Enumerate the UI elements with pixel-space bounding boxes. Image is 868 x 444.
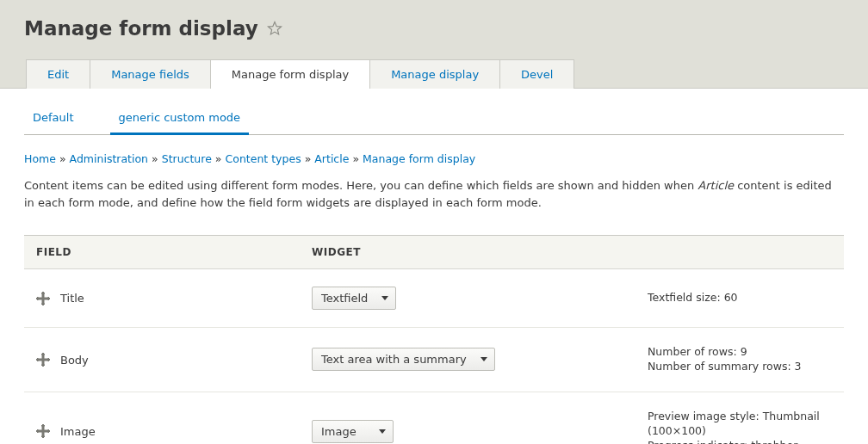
widget-select-value: Image: [321, 425, 356, 438]
page-title: Manage form display: [24, 17, 844, 40]
settings-summary: Number of rows: 9Number of summary rows:…: [648, 345, 832, 374]
breadcrumb-link[interactable]: Structure: [162, 152, 212, 165]
help-text-before: Content items can be edited using differ…: [24, 179, 698, 192]
column-header-settings: [636, 236, 844, 269]
widget-select[interactable]: Image: [312, 420, 394, 443]
field-label: Body: [60, 354, 89, 367]
primary-tabs: EditManage fieldsManage form displayMana…: [26, 59, 844, 88]
breadcrumb-link[interactable]: Administration: [70, 152, 148, 165]
sub-tab-generic-custom-mode[interactable]: generic custom mode: [110, 104, 250, 135]
secondary-tabs: Defaultgeneric custom mode: [24, 104, 844, 135]
breadcrumb-link[interactable]: Manage form display: [363, 152, 475, 165]
table-row: ImageImagePreview image style: Thumbnail…: [24, 392, 844, 444]
settings-summary-line: Textfield size: 60: [648, 291, 832, 305]
chevron-down-icon: [480, 357, 487, 361]
column-header-widget: WIDGET: [300, 236, 636, 269]
drag-handle-icon[interactable]: [36, 353, 50, 367]
chevron-down-icon: [381, 296, 388, 300]
widget-select[interactable]: Text area with a summary: [312, 348, 495, 371]
drag-handle-icon[interactable]: [36, 424, 50, 438]
breadcrumb-separator: »: [349, 152, 363, 165]
help-text: Content items can be edited using differ…: [24, 177, 844, 211]
field-label: Image: [60, 425, 96, 438]
drag-handle-icon[interactable]: [36, 292, 50, 305]
field-table: FIELD WIDGET TitleTextfieldTextfield siz…: [24, 235, 844, 444]
breadcrumb-link[interactable]: Content types: [226, 152, 301, 165]
breadcrumb-separator: »: [56, 152, 70, 165]
breadcrumb: Home»Administration»Structure»Content ty…: [24, 152, 844, 165]
breadcrumb-separator: »: [148, 152, 162, 165]
breadcrumb-link[interactable]: Home: [24, 152, 56, 165]
breadcrumb-separator: »: [212, 152, 226, 165]
svg-marker-0: [268, 22, 281, 34]
settings-summary-line: Preview image style: Thumbnail (100×100): [648, 410, 832, 439]
column-header-field: FIELD: [24, 236, 300, 269]
settings-summary: Preview image style: Thumbnail (100×100)…: [648, 410, 832, 444]
tab-edit[interactable]: Edit: [26, 59, 90, 89]
settings-summary: Textfield size: 60: [648, 291, 832, 305]
table-row: BodyText area with a summaryNumber of ro…: [24, 328, 844, 392]
widget-select[interactable]: Textfield: [312, 287, 396, 310]
breadcrumb-link[interactable]: Article: [314, 152, 349, 165]
settings-summary-line: Number of rows: 9: [648, 345, 832, 360]
widget-select-value: Textfield: [321, 292, 368, 305]
table-row: TitleTextfieldTextfield size: 60: [24, 269, 844, 328]
tab-devel[interactable]: Devel: [499, 59, 574, 89]
settings-summary-line: Progress indicator: throbber: [648, 439, 832, 445]
settings-summary-line: Number of summary rows: 3: [648, 360, 832, 374]
widget-select-value: Text area with a summary: [321, 353, 467, 366]
sub-tab-default[interactable]: Default: [24, 104, 83, 134]
star-icon[interactable]: [267, 21, 282, 36]
tab-manage-form-display[interactable]: Manage form display: [210, 59, 370, 89]
breadcrumb-separator: »: [301, 152, 315, 165]
tab-manage-display[interactable]: Manage display: [369, 59, 500, 89]
field-label: Title: [60, 292, 84, 305]
help-text-em: Article: [698, 179, 734, 192]
tab-manage-fields[interactable]: Manage fields: [90, 59, 211, 89]
chevron-down-icon: [379, 429, 386, 434]
page-title-text: Manage form display: [24, 17, 258, 40]
